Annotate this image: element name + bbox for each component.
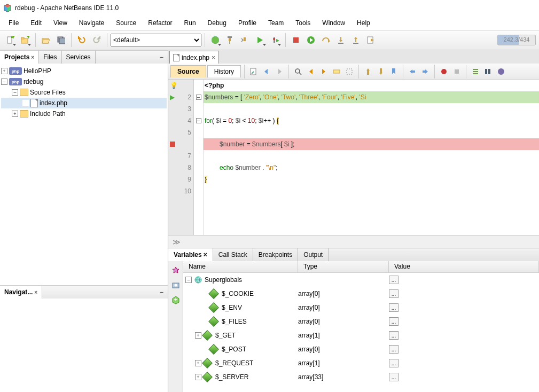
menu-run[interactable]: Run (179, 18, 201, 28)
shift-left-button[interactable] (407, 66, 418, 77)
col-value[interactable]: Value (389, 261, 539, 272)
prev-bookmark-button[interactable] (362, 66, 374, 77)
menu-profile[interactable]: Profile (233, 18, 262, 28)
menu-window[interactable]: Window (317, 18, 350, 28)
variables-grid[interactable]: Name Type Value –Superglobals ... $_COOK… (183, 261, 539, 392)
debug-button[interactable] (268, 33, 282, 47)
close-icon[interactable]: × (34, 289, 37, 295)
var-row[interactable]: +$_REQUEST array[1] ... (183, 356, 539, 370)
find-prev-button[interactable] (305, 66, 317, 77)
menu-refactor[interactable]: Refactor (143, 18, 177, 28)
tab-variables[interactable]: Variables× (168, 248, 213, 261)
menu-navigate[interactable]: Navigate (74, 18, 110, 28)
tab-callstack[interactable]: Call Stack (213, 248, 253, 261)
var-row[interactable]: $_ENV array[0] ... (183, 301, 539, 315)
menu-source[interactable]: Source (111, 18, 142, 28)
tab-services[interactable]: Services (62, 51, 96, 64)
step-over-button[interactable] (319, 33, 333, 47)
file-node-index-php[interactable]: index.php (1, 98, 167, 108)
toggle-bookmark-button[interactable] (388, 66, 400, 77)
source-files-node[interactable]: –Source Files (1, 87, 167, 98)
menu-view[interactable]: View (48, 18, 73, 28)
col-name[interactable]: Name (183, 261, 298, 272)
run-browser-button[interactable] (208, 33, 222, 47)
clean-build-button[interactable] (238, 33, 252, 47)
editor-gutter[interactable]: 💡 ▶2 3 4 5 7 8 9 10 (168, 80, 194, 235)
tab-output[interactable]: Output (298, 248, 329, 261)
tab-breakpoints[interactable]: Breakpoints (253, 248, 298, 261)
menu-help[interactable]: Help (351, 18, 376, 28)
new-project-button[interactable]: + (18, 33, 32, 47)
minimize-button[interactable]: – (155, 51, 168, 64)
step-out-button[interactable] (349, 33, 363, 47)
var-row[interactable]: +$_GET array[1] ... (183, 328, 539, 342)
menu-edit[interactable]: Edit (25, 18, 47, 28)
ellipsis-button[interactable]: ... (389, 331, 399, 340)
col-type[interactable]: Type (298, 261, 389, 272)
code-area[interactable]: <?php $numbers = [ 'Zero', 'One', 'Two',… (204, 80, 539, 235)
tab-navigator[interactable]: Navigat...× (0, 286, 42, 299)
ellipsis-button[interactable]: ... (389, 289, 399, 298)
continue-button[interactable] (304, 33, 318, 47)
var-row[interactable]: $_POST array[0] ... (183, 342, 539, 356)
fold-column[interactable]: – – (194, 80, 204, 235)
ellipsis-button[interactable]: ... (389, 359, 399, 367)
close-icon[interactable]: × (212, 54, 215, 61)
add-watch-button[interactable]: + (170, 294, 182, 306)
close-icon[interactable]: × (204, 251, 207, 258)
tab-files[interactable]: Files (39, 51, 61, 64)
projects-tree[interactable]: +phpHelloPHP –phprdebug –Source Files in… (0, 64, 168, 285)
finish-debug-button[interactable] (289, 33, 303, 47)
editor-tab-index-php[interactable]: index.php × (169, 51, 219, 64)
stop-macro-button[interactable] (451, 66, 463, 77)
forward-button[interactable] (274, 66, 285, 77)
last-edit-button[interactable] (248, 66, 260, 77)
breakpoint-icon[interactable] (170, 142, 175, 147)
var-row[interactable]: $_COOKIE array[0] ... (183, 287, 539, 301)
goto-type-button[interactable] (495, 66, 507, 77)
start-macro-button[interactable] (438, 66, 450, 77)
editor-body[interactable]: 💡 ▶2 3 4 5 7 8 9 10 – – <?php (168, 80, 539, 235)
menu-file[interactable]: File (3, 18, 24, 28)
tab-projects[interactable]: Projects× (0, 51, 39, 64)
watch-button[interactable] (170, 264, 182, 276)
ellipsis-button[interactable]: ... (389, 276, 399, 284)
snapshot-button[interactable] (170, 279, 182, 291)
source-tab[interactable]: Source (170, 65, 206, 77)
editor-breadcrumb[interactable]: ≫ (168, 235, 539, 248)
menu-team[interactable]: Team (263, 18, 289, 28)
var-row[interactable]: $_FILES array[0] ... (183, 315, 539, 328)
step-into-button[interactable] (334, 33, 348, 47)
undo-button[interactable] (75, 33, 89, 47)
toggle-rect-select-button[interactable] (343, 66, 355, 77)
uncomment-button[interactable] (482, 66, 494, 77)
open-project-button[interactable] (39, 33, 53, 47)
minimize-button[interactable]: – (155, 286, 168, 299)
var-row-superglobals[interactable]: –Superglobals ... (183, 273, 539, 287)
history-tab[interactable]: History (207, 65, 241, 77)
ellipsis-button[interactable]: ... (389, 373, 399, 381)
ellipsis-button[interactable]: ... (389, 345, 399, 354)
build-button[interactable] (223, 33, 237, 47)
ellipsis-button[interactable]: ... (389, 317, 399, 326)
shift-right-button[interactable] (419, 66, 431, 77)
run-config-select[interactable]: <default> (111, 34, 201, 46)
redo-button[interactable] (90, 33, 104, 47)
run-button[interactable] (253, 33, 267, 47)
memory-indicator[interactable]: 242.3/434 (497, 35, 536, 45)
run-to-cursor-button[interactable] (364, 33, 378, 47)
project-node-rdebug[interactable]: –phprdebug (1, 76, 167, 87)
save-all-button[interactable] (54, 33, 68, 47)
toggle-highlight-button[interactable] (331, 66, 342, 77)
new-file-button[interactable]: + (3, 33, 17, 47)
ellipsis-button[interactable]: ... (389, 303, 399, 312)
find-next-button[interactable] (318, 66, 330, 77)
comment-button[interactable] (470, 66, 481, 77)
back-button[interactable] (261, 66, 272, 77)
menu-tools[interactable]: Tools (290, 18, 316, 28)
find-selection-button[interactable] (292, 66, 304, 77)
include-path-node[interactable]: +Include Path (1, 108, 167, 119)
project-node-hellophp[interactable]: +phpHelloPHP (1, 66, 167, 76)
close-icon[interactable]: × (31, 54, 34, 60)
var-row[interactable]: +$_SERVER array[33] ... (183, 370, 539, 384)
